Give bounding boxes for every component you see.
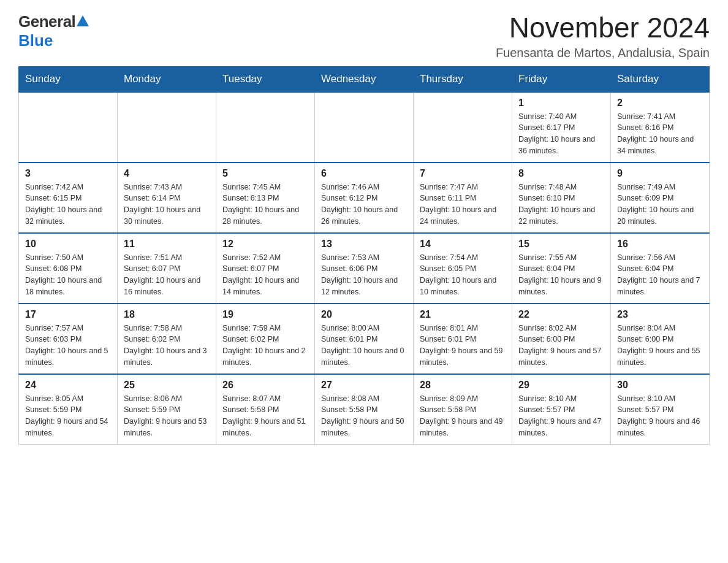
calendar-cell: 14Sunrise: 7:54 AM Sunset: 6:05 PM Dayli… — [414, 233, 512, 304]
sun-info: Sunrise: 7:46 AM Sunset: 6:12 PM Dayligh… — [321, 182, 407, 228]
sun-info: Sunrise: 8:06 AM Sunset: 5:59 PM Dayligh… — [124, 393, 210, 439]
calendar-cell: 4Sunrise: 7:43 AM Sunset: 6:14 PM Daylig… — [118, 163, 216, 233]
day-number: 7 — [420, 168, 506, 179]
day-number: 9 — [617, 168, 703, 179]
calendar-cell: 20Sunrise: 8:00 AM Sunset: 6:01 PM Dayli… — [315, 304, 414, 374]
day-number: 23 — [617, 309, 703, 320]
location-subtitle: Fuensanta de Martos, Andalusia, Spain — [496, 46, 710, 60]
day-number: 2 — [617, 98, 703, 109]
sun-info: Sunrise: 7:51 AM Sunset: 6:07 PM Dayligh… — [124, 252, 210, 298]
sun-info: Sunrise: 8:01 AM Sunset: 6:01 PM Dayligh… — [420, 323, 506, 369]
logo-general-text: General — [18, 12, 75, 31]
sun-info: Sunrise: 8:02 AM Sunset: 6:00 PM Dayligh… — [518, 323, 604, 369]
calendar-week-row: 1Sunrise: 7:40 AM Sunset: 6:17 PM Daylig… — [19, 92, 710, 163]
sun-info: Sunrise: 7:54 AM Sunset: 6:05 PM Dayligh… — [420, 252, 506, 298]
logo-blue-text: Blue — [18, 31, 53, 50]
sun-info: Sunrise: 7:49 AM Sunset: 6:09 PM Dayligh… — [617, 182, 703, 228]
calendar-cell: 30Sunrise: 8:10 AM Sunset: 5:57 PM Dayli… — [611, 374, 710, 445]
calendar-cell: 7Sunrise: 7:47 AM Sunset: 6:11 PM Daylig… — [414, 163, 512, 233]
day-number: 28 — [420, 380, 506, 391]
sun-info: Sunrise: 8:10 AM Sunset: 5:57 PM Dayligh… — [617, 393, 703, 439]
calendar-cell — [315, 92, 414, 163]
sun-info: Sunrise: 7:42 AM Sunset: 6:15 PM Dayligh… — [25, 182, 111, 228]
sun-info: Sunrise: 8:00 AM Sunset: 6:01 PM Dayligh… — [321, 323, 407, 369]
calendar-cell: 25Sunrise: 8:06 AM Sunset: 5:59 PM Dayli… — [118, 374, 216, 445]
calendar-cell — [19, 92, 118, 163]
calendar-cell: 21Sunrise: 8:01 AM Sunset: 6:01 PM Dayli… — [414, 304, 512, 374]
sun-info: Sunrise: 7:41 AM Sunset: 6:16 PM Dayligh… — [617, 111, 703, 157]
day-number: 22 — [518, 309, 604, 320]
day-number: 15 — [518, 239, 604, 250]
calendar-cell — [414, 92, 512, 163]
day-number: 29 — [518, 380, 604, 391]
calendar-header-tuesday: Tuesday — [216, 66, 315, 92]
calendar-cell: 15Sunrise: 7:55 AM Sunset: 6:04 PM Dayli… — [512, 233, 611, 304]
calendar-cell: 8Sunrise: 7:48 AM Sunset: 6:10 PM Daylig… — [512, 163, 611, 233]
sun-info: Sunrise: 7:50 AM Sunset: 6:08 PM Dayligh… — [25, 252, 111, 298]
calendar-header-sunday: Sunday — [19, 66, 118, 92]
calendar-week-row: 17Sunrise: 7:57 AM Sunset: 6:03 PM Dayli… — [19, 304, 710, 374]
day-number: 10 — [25, 239, 111, 250]
calendar-cell: 13Sunrise: 7:53 AM Sunset: 6:06 PM Dayli… — [315, 233, 414, 304]
sun-info: Sunrise: 7:48 AM Sunset: 6:10 PM Dayligh… — [518, 182, 604, 228]
calendar-cell: 19Sunrise: 7:59 AM Sunset: 6:02 PM Dayli… — [216, 304, 315, 374]
day-number: 30 — [617, 380, 703, 391]
day-number: 5 — [222, 168, 308, 179]
calendar-header-wednesday: Wednesday — [315, 66, 414, 92]
sun-info: Sunrise: 7:45 AM Sunset: 6:13 PM Dayligh… — [222, 182, 308, 228]
logo-triangle-icon — [77, 15, 89, 26]
sun-info: Sunrise: 7:58 AM Sunset: 6:02 PM Dayligh… — [124, 323, 210, 369]
sun-info: Sunrise: 7:59 AM Sunset: 6:02 PM Dayligh… — [222, 323, 308, 369]
sun-info: Sunrise: 7:47 AM Sunset: 6:11 PM Dayligh… — [420, 182, 506, 228]
day-number: 20 — [321, 309, 407, 320]
calendar-header-row: SundayMondayTuesdayWednesdayThursdayFrid… — [19, 66, 710, 92]
day-number: 21 — [420, 309, 506, 320]
sun-info: Sunrise: 8:07 AM Sunset: 5:58 PM Dayligh… — [222, 393, 308, 439]
sun-info: Sunrise: 7:55 AM Sunset: 6:04 PM Dayligh… — [518, 252, 604, 298]
sun-info: Sunrise: 8:05 AM Sunset: 5:59 PM Dayligh… — [25, 393, 111, 439]
day-number: 8 — [518, 168, 604, 179]
day-number: 11 — [124, 239, 210, 250]
calendar-header-thursday: Thursday — [414, 66, 512, 92]
calendar-cell: 17Sunrise: 7:57 AM Sunset: 6:03 PM Dayli… — [19, 304, 118, 374]
calendar-body: 1Sunrise: 7:40 AM Sunset: 6:17 PM Daylig… — [19, 92, 710, 445]
calendar-cell: 24Sunrise: 8:05 AM Sunset: 5:59 PM Dayli… — [19, 374, 118, 445]
calendar-cell: 22Sunrise: 8:02 AM Sunset: 6:00 PM Dayli… — [512, 304, 611, 374]
calendar-cell — [118, 92, 216, 163]
day-number: 12 — [222, 239, 308, 250]
calendar-cell: 23Sunrise: 8:04 AM Sunset: 6:00 PM Dayli… — [611, 304, 710, 374]
calendar-week-row: 24Sunrise: 8:05 AM Sunset: 5:59 PM Dayli… — [19, 374, 710, 445]
sun-info: Sunrise: 7:40 AM Sunset: 6:17 PM Dayligh… — [518, 111, 604, 157]
logo: General Blue — [18, 12, 90, 50]
day-number: 24 — [25, 380, 111, 391]
calendar-table: SundayMondayTuesdayWednesdayThursdayFrid… — [18, 66, 710, 445]
calendar-cell: 12Sunrise: 7:52 AM Sunset: 6:07 PM Dayli… — [216, 233, 315, 304]
sun-info: Sunrise: 7:43 AM Sunset: 6:14 PM Dayligh… — [124, 182, 210, 228]
calendar-cell: 5Sunrise: 7:45 AM Sunset: 6:13 PM Daylig… — [216, 163, 315, 233]
calendar-cell: 29Sunrise: 8:10 AM Sunset: 5:57 PM Dayli… — [512, 374, 611, 445]
sun-info: Sunrise: 8:09 AM Sunset: 5:58 PM Dayligh… — [420, 393, 506, 439]
day-number: 6 — [321, 168, 407, 179]
calendar-cell: 26Sunrise: 8:07 AM Sunset: 5:58 PM Dayli… — [216, 374, 315, 445]
sun-info: Sunrise: 7:52 AM Sunset: 6:07 PM Dayligh… — [222, 252, 308, 298]
calendar-week-row: 3Sunrise: 7:42 AM Sunset: 6:15 PM Daylig… — [19, 163, 710, 233]
month-year-title: November 2024 — [496, 12, 710, 44]
sun-info: Sunrise: 8:04 AM Sunset: 6:00 PM Dayligh… — [617, 323, 703, 369]
day-number: 1 — [518, 98, 604, 109]
calendar-cell: 1Sunrise: 7:40 AM Sunset: 6:17 PM Daylig… — [512, 92, 611, 163]
calendar-cell: 10Sunrise: 7:50 AM Sunset: 6:08 PM Dayli… — [19, 233, 118, 304]
day-number: 27 — [321, 380, 407, 391]
calendar-header-monday: Monday — [118, 66, 216, 92]
calendar-cell: 18Sunrise: 7:58 AM Sunset: 6:02 PM Dayli… — [118, 304, 216, 374]
calendar-cell: 6Sunrise: 7:46 AM Sunset: 6:12 PM Daylig… — [315, 163, 414, 233]
day-number: 13 — [321, 239, 407, 250]
day-number: 16 — [617, 239, 703, 250]
day-number: 4 — [124, 168, 210, 179]
day-number: 3 — [25, 168, 111, 179]
calendar-header-saturday: Saturday — [611, 66, 710, 92]
calendar-week-row: 10Sunrise: 7:50 AM Sunset: 6:08 PM Dayli… — [19, 233, 710, 304]
day-number: 19 — [222, 309, 308, 320]
calendar-cell: 11Sunrise: 7:51 AM Sunset: 6:07 PM Dayli… — [118, 233, 216, 304]
calendar-cell: 28Sunrise: 8:09 AM Sunset: 5:58 PM Dayli… — [414, 374, 512, 445]
calendar-cell: 3Sunrise: 7:42 AM Sunset: 6:15 PM Daylig… — [19, 163, 118, 233]
